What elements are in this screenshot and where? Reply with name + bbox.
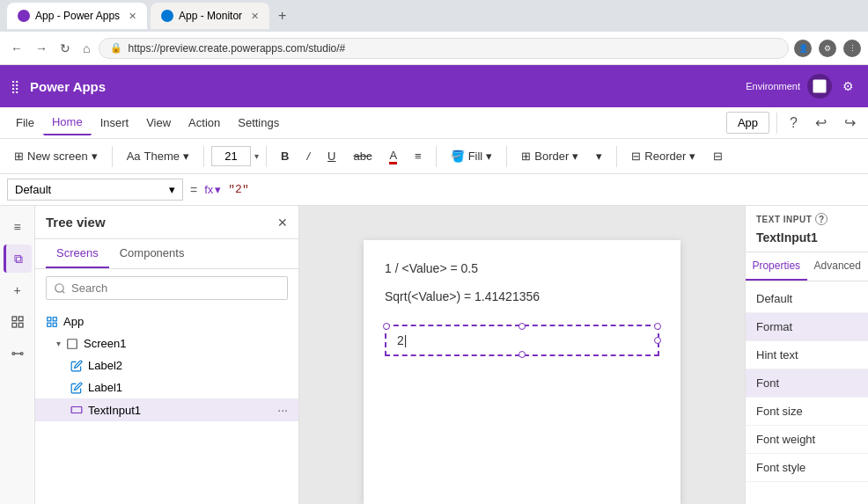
formula-bar: Default ▾ = fx ▾ "2" (0, 174, 868, 206)
tree-item-app[interactable]: App (35, 310, 298, 332)
prop-font-weight[interactable]: Font weight (746, 426, 868, 454)
menu-insert[interactable]: Insert (92, 111, 138, 135)
extensions-icon[interactable]: ⚙ (819, 40, 836, 57)
tab-powerapps[interactable]: App - Power Apps ✕ (7, 3, 147, 29)
new-screen-label: New screen (27, 150, 88, 163)
font-size-chevron[interactable]: ▾ (254, 151, 259, 161)
grid-icon[interactable]: ⣿ (11, 79, 19, 93)
menu-view[interactable]: View (137, 111, 180, 135)
fx-button[interactable]: fx ▾ (204, 183, 221, 196)
new-screen-chevron: ▾ (92, 150, 98, 163)
app-header: ⣿ Power Apps Environment ⚙ (0, 65, 868, 107)
text-input-control[interactable]: 2| (385, 325, 659, 356)
profile-icon[interactable]: 👤 (794, 40, 812, 57)
prop-font-size[interactable]: Font size (746, 398, 868, 426)
tree-item-label1-label: Label1 (88, 381, 122, 394)
search-input[interactable] (71, 281, 280, 295)
tree-item-label1[interactable]: Label1 (35, 376, 298, 398)
address-bar[interactable]: 🔒 https://preview.create.powerapps.com/s… (99, 38, 789, 59)
border-button[interactable]: ⊞ Border ▾ (514, 146, 585, 166)
tree-close-button[interactable]: ✕ (277, 215, 288, 230)
font-size-input[interactable] (211, 146, 251, 166)
svg-rect-0 (813, 80, 827, 93)
header-right: Environment ⚙ (746, 74, 857, 99)
sidebar-item-back[interactable]: ≡ (4, 213, 32, 241)
tree-item-label2-label: Label2 (88, 359, 122, 372)
align-button[interactable]: ≡ (408, 146, 429, 166)
fx-label: fx (204, 183, 213, 196)
property-selector[interactable]: Default ▾ (7, 179, 183, 201)
menu-bar: File Home Insert View Action Settings Ap… (0, 107, 868, 139)
back-button[interactable]: ← (7, 38, 26, 59)
reload-button[interactable]: ↻ (56, 38, 74, 59)
underline-button[interactable]: U (320, 146, 342, 166)
reorder-button[interactable]: ⊟ Reorder ▾ (624, 146, 702, 166)
resize-handle-top-mid[interactable] (519, 323, 526, 330)
tab-close-monitor[interactable]: ✕ (251, 11, 259, 22)
font-color-button[interactable]: A (382, 145, 404, 168)
settings-icon[interactable]: ⚙ (839, 76, 857, 97)
align-right-button[interactable]: ⊟ (706, 146, 730, 166)
prop-format[interactable]: Format (746, 313, 868, 341)
tab-components[interactable]: Components (109, 239, 195, 268)
app-logo: Power Apps (30, 79, 106, 94)
tab-screens[interactable]: Screens (46, 239, 109, 268)
sidebar-item-treeview[interactable]: ⧉ (4, 245, 32, 273)
font-color-icon: A (389, 149, 397, 164)
new-tab-button[interactable]: + (273, 8, 291, 24)
svg-rect-13 (53, 323, 56, 326)
tree-item-textinput1[interactable]: TextInput1 ··· (35, 398, 298, 421)
theme-button[interactable]: Aa Theme ▾ (120, 146, 196, 166)
menu-home[interactable]: Home (43, 110, 92, 135)
panel-tabs: Properties Advanced (746, 252, 868, 281)
sidebar-item-data[interactable] (4, 308, 32, 336)
tab-monitor[interactable]: App - Monitor ✕ (151, 3, 269, 29)
left-sidebar: ≡ ⧉ + (0, 206, 35, 504)
strikethrough-button[interactable]: abc (346, 146, 379, 166)
redo-button[interactable]: ↪ (839, 113, 861, 133)
tab-advanced[interactable]: Advanced (807, 252, 869, 281)
sidebar-item-connect[interactable] (4, 340, 32, 368)
home-button[interactable]: ⌂ (79, 38, 93, 59)
screen-icon (66, 338, 78, 350)
resize-handle-mid-right[interactable] (654, 337, 661, 344)
svg-point-5 (12, 353, 15, 355)
tab-close-powerapps[interactable]: ✕ (129, 11, 136, 22)
menu-icon[interactable]: ⋮ (843, 40, 861, 57)
prop-default[interactable]: Default (746, 285, 868, 313)
tab-properties[interactable]: Properties (746, 252, 807, 281)
fill-button[interactable]: 🪣 Fill ▾ (444, 146, 500, 166)
italic-button[interactable]: / (299, 146, 317, 166)
menu-action[interactable]: Action (180, 111, 229, 135)
menu-settings[interactable]: Settings (229, 111, 288, 135)
browser-chrome: App - Power Apps ✕ App - Monitor ✕ + (0, 0, 868, 32)
undo-button[interactable]: ↩ (810, 113, 832, 133)
textinput1-more-button[interactable]: ··· (277, 403, 288, 417)
prop-font-style[interactable]: Font style (746, 454, 868, 482)
svg-rect-4 (18, 323, 23, 327)
help-icon[interactable]: ? (815, 213, 828, 225)
avatar[interactable] (807, 74, 832, 99)
app-button[interactable]: App (726, 112, 769, 134)
theme-chevron: ▾ (183, 150, 189, 163)
prop-font[interactable]: Font (746, 369, 868, 398)
help-icon[interactable]: ? (784, 113, 803, 133)
sidebar-item-insert[interactable]: + (4, 276, 32, 304)
new-screen-button[interactable]: ⊞ New screen ▾ (7, 146, 105, 166)
forward-button[interactable]: → (32, 38, 51, 59)
resize-handle-top-left[interactable] (383, 323, 390, 330)
resize-handle-top-right[interactable] (654, 323, 661, 330)
prop-hint-text[interactable]: Hint text (746, 341, 868, 369)
tab-label-powerapps: App - Power Apps (35, 10, 120, 22)
toolbar-separator-3 (266, 146, 267, 167)
tree-item-screen1-label: Screen1 (84, 337, 126, 350)
bold-button[interactable]: B (274, 146, 296, 166)
resize-handle-bot-mid[interactable] (519, 351, 526, 358)
fill-label: Fill (468, 150, 483, 163)
toolbar-separator-6 (616, 146, 617, 167)
dropdown-button[interactable]: ▾ (589, 146, 609, 166)
menu-file[interactable]: File (7, 111, 43, 135)
component-type-label: TEXT INPUT ? (746, 206, 868, 229)
tree-item-label2[interactable]: Label2 (35, 354, 298, 376)
tree-item-screen1[interactable]: ▾ Screen1 (35, 332, 298, 354)
